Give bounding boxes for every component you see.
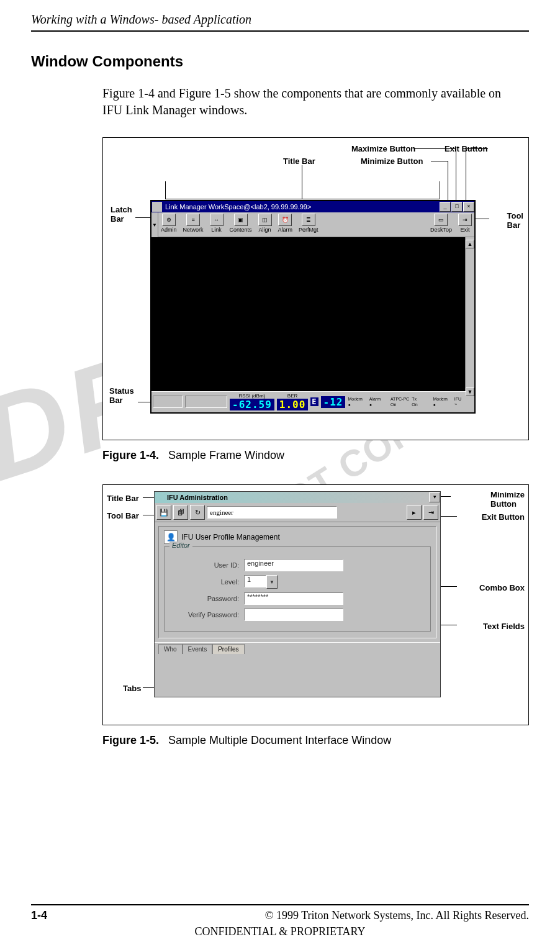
e-value: -12 bbox=[321, 396, 346, 408]
annot-latch-bar: Latch Bar bbox=[111, 205, 132, 224]
toolbar-network[interactable]: ≡Network bbox=[183, 214, 204, 233]
page-number: 1-4 bbox=[31, 909, 47, 922]
rssi-label: RSSI (dBm) bbox=[239, 393, 266, 399]
leader bbox=[165, 199, 440, 199]
verify-password-field[interactable] bbox=[244, 609, 343, 621]
annot-minimize: Minimize Button bbox=[361, 156, 423, 166]
annot-tool-bar: Tool Bar bbox=[507, 211, 523, 230]
toolbar-button-3[interactable]: ↻ bbox=[190, 505, 205, 520]
status-bar: RSSI (dBm) -62.59 BER 1.00 E -12 Modem A… bbox=[151, 391, 474, 412]
annot-exit-2: Exit Button bbox=[482, 512, 525, 522]
annot-maximize: Maximize Button bbox=[351, 144, 415, 153]
figure-1-4-caption: Figure 1-4. Sample Frame Window bbox=[102, 449, 529, 462]
toolbar-button-4[interactable]: ▸ bbox=[407, 505, 422, 520]
toolbar-alarm[interactable]: ⏰Alarm bbox=[278, 214, 293, 233]
print-icon: 🗐 bbox=[178, 509, 184, 516]
status-item: ATPC-PC bbox=[391, 397, 409, 401]
toolbar-align[interactable]: ◫Align bbox=[258, 214, 272, 233]
panel-title: 👤 IFU User Profile Management bbox=[164, 530, 431, 544]
save-icon: 💾 bbox=[160, 509, 168, 517]
leader bbox=[440, 181, 440, 199]
perfmgt-icon: ≣ bbox=[302, 214, 315, 226]
toolbar-desktop[interactable]: ▭DeskTop bbox=[430, 214, 452, 233]
combo-arrow-icon[interactable]: ▼ bbox=[266, 575, 278, 589]
close-button[interactable]: × bbox=[463, 202, 474, 212]
group-label: Editor bbox=[169, 541, 192, 549]
desktop-icon: ▭ bbox=[434, 214, 448, 226]
editor-groupbox: Editor User ID: engineer Level: 1 ▼ Pass… bbox=[164, 546, 431, 632]
toolbar-exit[interactable]: ⇥Exit bbox=[458, 214, 472, 233]
vertical-scrollbar[interactable]: ▲ ▼ bbox=[465, 237, 474, 391]
toolbar-link[interactable]: ↔Link bbox=[210, 214, 224, 233]
toolbar-contents[interactable]: ▣Contents bbox=[230, 214, 252, 233]
leader bbox=[143, 515, 154, 515]
maximize-button[interactable]: □ bbox=[451, 202, 463, 212]
scroll-down-icon[interactable]: ▼ bbox=[466, 387, 474, 396]
nav-icon: ▸ bbox=[412, 509, 416, 517]
figure-1-4-box: Title Bar Minimize Button Maximize Butto… bbox=[102, 137, 529, 440]
minimize-button[interactable]: _ bbox=[440, 202, 451, 212]
toolbar-perfmgt[interactable]: ≣PerfMgt bbox=[299, 214, 318, 233]
toolbar-button-1[interactable]: 💾 bbox=[156, 505, 171, 520]
mdi-window: IFU Administration ▾ 💾 🗐 ↻ engineer ▸ ⇥ … bbox=[154, 491, 441, 697]
tab-events[interactable]: Events bbox=[183, 644, 213, 654]
tab-profiles[interactable]: Profiles bbox=[212, 644, 244, 654]
exit-icon: ⇥ bbox=[458, 214, 472, 226]
toolbar-admin[interactable]: ⚙Admin bbox=[161, 214, 177, 233]
leader bbox=[466, 148, 466, 200]
inner-panel: 👤 IFU User Profile Management Editor Use… bbox=[158, 526, 436, 638]
toolbar-button-2[interactable]: 🗐 bbox=[173, 505, 188, 520]
door-exit-icon: ⇥ bbox=[428, 509, 434, 517]
password-field[interactable]: ******** bbox=[244, 592, 343, 605]
annot-title-bar-2: Title Bar bbox=[107, 494, 139, 503]
title-bar[interactable]: Link Manager WorkSpace@<lab2, 99.99.99.9… bbox=[151, 201, 474, 212]
level-combo[interactable]: 1 ▼ bbox=[244, 575, 278, 589]
leader bbox=[456, 148, 456, 200]
tab-who[interactable]: Who bbox=[158, 644, 183, 654]
link-icon: ↔ bbox=[210, 214, 224, 226]
ber-label: BER bbox=[287, 393, 297, 399]
annot-minimize-2: Minimize Button bbox=[490, 490, 525, 509]
content-area bbox=[151, 237, 465, 391]
intro-paragraph: Figure 1-4 and Figure 1-5 show the compo… bbox=[102, 85, 517, 119]
mdi-title-bar[interactable]: IFU Administration ▾ bbox=[155, 492, 440, 503]
e-label: E bbox=[310, 397, 318, 406]
tool-bar: ⚙Admin ≡Network ↔Link ▣Contents ◫Align ⏰… bbox=[158, 212, 474, 237]
mdi-title-text: IFU Administration bbox=[167, 494, 428, 501]
tab-strip: Who Events Profiles bbox=[155, 642, 440, 655]
rssi-value: -62.59 bbox=[230, 399, 274, 410]
status-led-icon: ● bbox=[369, 402, 388, 407]
row-verify: Verify Password: bbox=[171, 609, 424, 621]
confidential-line: CONFIDENTIAL & PROPRIETARY bbox=[0, 925, 560, 938]
scroll-up-icon[interactable]: ▲ bbox=[466, 240, 474, 248]
annot-tabs: Tabs bbox=[123, 684, 141, 693]
leader bbox=[431, 161, 448, 161]
toolbar-user-field[interactable]: engineer bbox=[207, 506, 337, 519]
mdi-minimize-button[interactable]: ▾ bbox=[429, 492, 440, 502]
row-password: Password: ******** bbox=[171, 592, 424, 605]
user-id-field[interactable]: engineer bbox=[244, 559, 343, 571]
frame-window: Link Manager WorkSpace@<lab2, 99.99.99.9… bbox=[150, 200, 476, 414]
password-label: Password: bbox=[171, 595, 239, 602]
annot-combo: Combo Box bbox=[479, 583, 525, 592]
status-item: IFU bbox=[454, 397, 473, 401]
status-cell bbox=[153, 396, 183, 408]
status-item: Tx bbox=[412, 397, 430, 401]
mdi-exit-button[interactable]: ⇥ bbox=[423, 505, 438, 520]
leader bbox=[135, 217, 150, 218]
app-icon bbox=[156, 493, 165, 502]
status-item: Modem bbox=[433, 397, 451, 401]
system-menu-icon[interactable] bbox=[152, 202, 162, 212]
leader bbox=[413, 148, 456, 149]
align-icon: ◫ bbox=[258, 214, 272, 226]
latch-bar[interactable]: ▼ bbox=[151, 212, 158, 237]
leader bbox=[165, 181, 166, 199]
status-item: Modem bbox=[348, 397, 366, 401]
alarm-icon: ⏰ bbox=[278, 214, 292, 226]
user-id-label: User ID: bbox=[171, 561, 239, 569]
leader bbox=[466, 148, 488, 149]
level-label: Level: bbox=[171, 578, 239, 586]
figure-1-5-box: Title Bar Tool Bar Minimize Button Exit … bbox=[102, 484, 529, 725]
title-text: Link Manager WorkSpace@<lab2, 99.99.99.9… bbox=[165, 203, 439, 211]
status-cell bbox=[185, 396, 227, 408]
